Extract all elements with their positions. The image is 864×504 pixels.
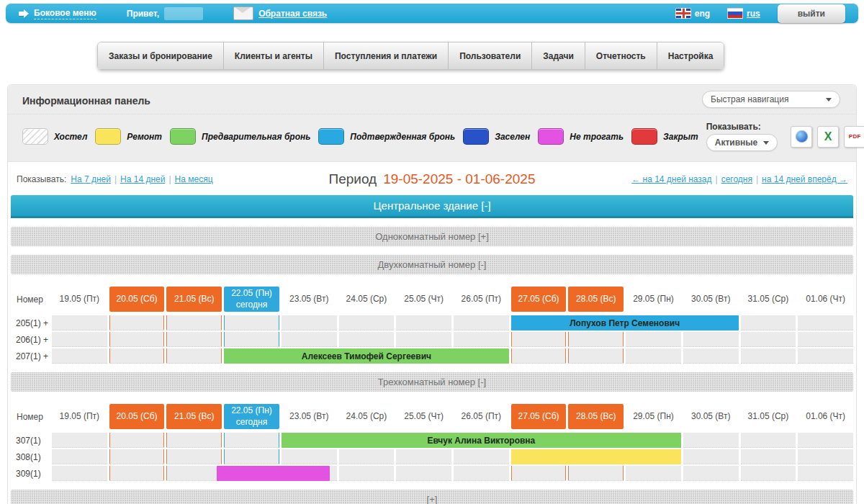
day-cell[interactable]	[798, 449, 853, 464]
nav-tab[interactable]: Заказы и бронирование	[98, 42, 224, 69]
day-cell[interactable]	[52, 315, 107, 330]
day-cell[interactable]	[109, 466, 165, 481]
day-cell[interactable]	[683, 433, 739, 448]
booking-bar[interactable]	[511, 449, 681, 464]
day-cell[interactable]	[52, 332, 107, 347]
period-nav-link[interactable]: на 14 дней вперёд →	[762, 174, 847, 184]
day-cell[interactable]	[282, 315, 337, 330]
day-cell[interactable]	[224, 315, 279, 330]
pdf-export-icon[interactable]: PDF	[844, 126, 864, 148]
booking-bar[interactable]: Алексеев Тимофей Сергеевич	[224, 348, 509, 364]
room-label[interactable]: 206(1) +	[11, 332, 50, 347]
booking-bar[interactable]: Лопухов Петр Семенович	[511, 315, 739, 330]
room-label[interactable]: 205(1) +	[11, 315, 50, 330]
day-cell[interactable]	[282, 332, 337, 347]
day-cell[interactable]	[454, 332, 509, 347]
room-category-bar[interactable]: Однокомнатный номер [+]	[11, 227, 853, 246]
room-label[interactable]: 308(1)	[11, 449, 50, 464]
day-cell[interactable]	[166, 466, 222, 481]
day-cell[interactable]	[741, 449, 796, 464]
day-cell[interactable]	[282, 449, 337, 464]
day-cell[interactable]	[626, 332, 681, 347]
building-header[interactable]: Центральное здание [-]	[11, 195, 853, 218]
day-cell[interactable]	[339, 449, 395, 464]
room-label[interactable]: 207(1) +	[11, 348, 50, 364]
day-cell[interactable]	[166, 348, 222, 364]
day-cell[interactable]	[224, 433, 279, 448]
day-cell[interactable]	[52, 449, 107, 464]
day-cell[interactable]	[568, 348, 624, 364]
nav-tab[interactable]: Поступления и платежи	[324, 42, 449, 69]
day-cell[interactable]	[454, 315, 509, 330]
day-cell[interactable]	[568, 466, 624, 481]
day-cell[interactable]	[396, 449, 451, 464]
room-category-bar[interactable]: Трехкомнатный номер [-]	[11, 372, 853, 392]
room-category-bar[interactable]: [+]	[11, 490, 853, 504]
side-menu-toggle[interactable]: Боковое меню	[19, 8, 96, 19]
period-range-link[interactable]: На месяц	[175, 174, 213, 184]
day-cell[interactable]	[511, 466, 567, 481]
day-cell[interactable]	[52, 433, 107, 448]
nav-tab[interactable]: Задачи	[532, 42, 585, 69]
day-cell[interactable]	[109, 348, 165, 364]
quick-nav-dropdown[interactable]: Быстрая навигация	[702, 91, 840, 108]
booking-bar[interactable]: Евчук Алина Викторовна	[282, 433, 681, 448]
day-cell[interactable]	[626, 348, 681, 364]
day-cell[interactable]	[52, 348, 107, 364]
lang-rus[interactable]: rus	[727, 8, 760, 19]
day-cell[interactable]	[339, 466, 395, 481]
day-cell[interactable]	[396, 332, 451, 347]
day-cell[interactable]	[166, 449, 222, 464]
day-cell[interactable]	[224, 332, 279, 347]
day-cell[interactable]	[798, 433, 853, 448]
day-cell[interactable]	[798, 466, 853, 481]
day-cell[interactable]	[396, 466, 451, 481]
day-cell[interactable]	[339, 332, 395, 347]
html-export-icon[interactable]	[791, 126, 812, 148]
day-cell[interactable]	[626, 466, 681, 481]
logout-button[interactable]: выйти	[778, 4, 845, 23]
room-label[interactable]: 307(1)	[11, 433, 50, 448]
room-category-bar[interactable]: Двухкомнатный номер [-]	[11, 255, 853, 274]
lang-eng[interactable]: eng	[675, 8, 710, 19]
day-cell[interactable]	[798, 348, 853, 364]
day-cell[interactable]	[166, 332, 222, 347]
nav-tab[interactable]: Отчетность	[585, 42, 657, 69]
day-cell[interactable]	[52, 466, 107, 481]
day-cell[interactable]	[568, 332, 624, 347]
day-cell[interactable]	[109, 433, 165, 448]
day-cell[interactable]	[166, 315, 222, 330]
day-cell[interactable]	[683, 348, 739, 364]
day-cell[interactable]	[454, 466, 509, 481]
day-cell[interactable]	[511, 332, 567, 347]
excel-export-icon[interactable]: X	[817, 126, 839, 148]
day-cell[interactable]	[798, 315, 853, 330]
day-cell[interactable]	[741, 348, 796, 364]
nav-tab[interactable]: Настройка	[657, 42, 724, 69]
day-cell[interactable]	[683, 466, 739, 481]
day-cell[interactable]	[454, 449, 509, 464]
day-cell[interactable]	[511, 348, 567, 364]
day-cell[interactable]	[683, 449, 739, 464]
show-filter-dropdown[interactable]: Активные	[706, 134, 778, 151]
nav-tab[interactable]: Пользователи	[449, 42, 532, 69]
period-range-link[interactable]: На 7 дней	[71, 174, 111, 184]
day-cell[interactable]	[683, 332, 739, 347]
day-cell[interactable]	[741, 433, 796, 448]
period-nav-link[interactable]: ← на 14 дней назад	[631, 174, 711, 184]
day-cell[interactable]	[396, 315, 451, 330]
day-cell[interactable]	[109, 449, 165, 464]
period-nav-link[interactable]: сегодня	[721, 174, 752, 184]
day-cell[interactable]	[109, 315, 165, 330]
feedback-link[interactable]: Обратная связь	[233, 6, 327, 20]
day-cell[interactable]	[798, 332, 853, 347]
nav-tab[interactable]: Клиенты и агенты	[224, 42, 324, 69]
period-range-link[interactable]: На 14 дней	[120, 174, 165, 184]
day-cell[interactable]	[166, 433, 222, 448]
day-cell[interactable]	[109, 332, 165, 347]
day-cell[interactable]	[224, 449, 279, 464]
day-cell[interactable]	[741, 315, 796, 330]
day-cell[interactable]	[339, 315, 395, 330]
day-cell[interactable]	[741, 332, 796, 347]
day-cell[interactable]	[741, 466, 796, 481]
